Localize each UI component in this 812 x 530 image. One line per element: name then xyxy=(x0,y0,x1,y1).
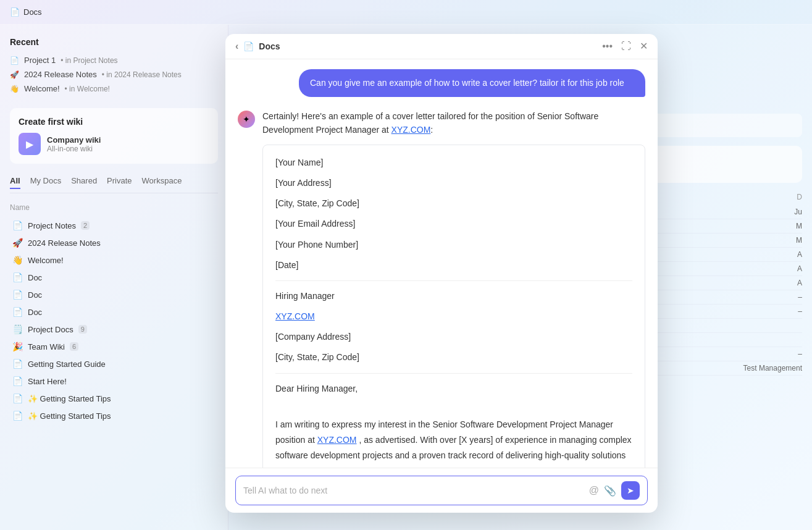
list-text-7: Team Wiki xyxy=(28,342,65,351)
letter-hiring-mgr: Hiring Manager xyxy=(275,288,632,304)
letter-greeting: Dear Hiring Manager, xyxy=(275,381,632,397)
list-item-doc-2[interactable]: 📄 Doc xyxy=(10,286,218,303)
letter-company-address: [Company Address] xyxy=(275,329,632,345)
ai-response: ✦ Certainly! Here's an example of a cove… xyxy=(238,109,645,468)
close-icon[interactable]: ✕ xyxy=(640,41,648,51)
list-icon-2: 👋 xyxy=(12,255,23,265)
list-text-8: Getting Started Guide xyxy=(28,360,106,369)
ai-intro: Certainly! Here's an example of a cover … xyxy=(262,109,645,137)
list-icon-8: 📄 xyxy=(12,359,23,369)
letter-p1-link[interactable]: XYZ.COM xyxy=(317,435,357,445)
recent-sub-2: • in Welcome! xyxy=(65,85,110,93)
list-header: Name xyxy=(10,201,218,214)
wiki-card-title: Company wiki xyxy=(47,135,101,145)
list-text-9: Start Here! xyxy=(28,377,67,386)
letter-name: [Your Name] xyxy=(275,155,632,170)
top-bar: 📄 Docs xyxy=(0,0,812,25)
list-text-4: Doc xyxy=(28,290,42,300)
attachment-icon[interactable]: 📎 xyxy=(604,485,616,497)
tabs-row: All My Docs Shared Private Workspace xyxy=(10,176,218,193)
chat-input-row: @ 📎 ➤ xyxy=(235,476,648,505)
test-mgmt-2: Test Management xyxy=(743,364,802,372)
wiki-card[interactable]: ▶ Company wiki All-in-one wiki xyxy=(19,133,209,155)
wiki-section-title: Create first wiki xyxy=(19,117,209,127)
list-item-doc-1[interactable]: 📄 Doc xyxy=(10,269,218,286)
recent-sub-0: • in Project Notes xyxy=(61,56,117,65)
ai-link[interactable]: XYZ.COM xyxy=(391,125,431,135)
back-icon[interactable]: ‹ xyxy=(235,41,238,51)
list-item-welcome[interactable]: 👋 Welcome! xyxy=(10,251,218,269)
list-badge-7: 6 xyxy=(70,342,78,351)
list-icon-9: 📄 xyxy=(12,376,23,386)
list-text-5: Doc xyxy=(28,308,42,317)
docs-icon: 📄 xyxy=(10,7,20,17)
app-title: 📄 Docs xyxy=(10,7,42,17)
recent-section: Recent 📄 Project 1 • in Project Notes 🚀 … xyxy=(10,37,218,96)
recent-text-1: 2024 Release Notes xyxy=(24,70,97,79)
list-item-tips-2[interactable]: 📄 ✨ Getting Started Tips xyxy=(10,407,218,424)
recent-item-0[interactable]: 📄 Project 1 • in Project Notes xyxy=(10,53,218,67)
list-item-team-wiki[interactable]: 🎉 Team Wiki 6 xyxy=(10,338,218,355)
list-badge-6: 9 xyxy=(78,325,87,334)
chat-input[interactable] xyxy=(243,486,584,495)
tab-my-docs[interactable]: My Docs xyxy=(30,176,62,189)
recent-item-2[interactable]: 👋 Welcome! • in Welcome! xyxy=(10,82,218,96)
list-icon-1: 🚀 xyxy=(12,238,23,248)
list-badge-0: 2 xyxy=(81,221,90,230)
dialog-title: Docs xyxy=(259,41,280,51)
main-layout: Recent 📄 Project 1 • in Project Notes 🚀 … xyxy=(0,25,812,530)
dialog-footer: @ 📎 ➤ xyxy=(225,468,658,513)
tab-private[interactable]: Private xyxy=(107,176,132,189)
list-icon-7: 🎉 xyxy=(12,342,23,351)
user-message: Can you give me an example of how to wri… xyxy=(299,69,645,97)
wiki-card-sub: All-in-one wiki xyxy=(47,145,101,153)
list-text-11: ✨ Getting Started Tips xyxy=(28,411,111,421)
list-text-3: Doc xyxy=(28,273,42,282)
doc-icon-1: 🚀 xyxy=(10,70,19,79)
dialog-doc-icon: 📄 xyxy=(243,41,254,51)
letter-email: [Your Email Address] xyxy=(275,216,632,232)
letter-company-city: [City, State, Zip Code] xyxy=(275,350,632,365)
list-item-tips-1[interactable]: 📄 ✨ Getting Started Tips xyxy=(10,390,218,407)
letter-block: [Your Name] [Your Address] [City, State,… xyxy=(262,145,645,468)
recent-text-0: Project 1 xyxy=(24,56,56,65)
list-icon-10: 📄 xyxy=(12,393,23,403)
tab-shared[interactable]: Shared xyxy=(71,176,97,189)
more-options-icon[interactable]: ••• xyxy=(602,41,613,51)
tab-workspace[interactable]: Workspace xyxy=(142,176,182,189)
list-text-1: 2024 Release Notes xyxy=(28,238,101,248)
docs-list: 📄 Project Notes 2 🚀 2024 Release Notes 👋… xyxy=(10,217,218,424)
letter-company-link[interactable]: XYZ.COM xyxy=(275,311,315,321)
expand-icon[interactable]: ⛶ xyxy=(621,41,631,51)
doc-icon-0: 📄 xyxy=(10,56,19,65)
left-sidebar: Recent 📄 Project 1 • in Project Notes 🚀 … xyxy=(0,25,228,530)
list-item-release-notes[interactable]: 🚀 2024 Release Notes xyxy=(10,234,218,251)
wiki-section: Create first wiki ▶ Company wiki All-in-… xyxy=(10,108,218,164)
dialog-body: Can you give me an example of how to wri… xyxy=(225,59,658,468)
doc-icon-2: 👋 xyxy=(10,85,19,93)
letter-city: [City, State, Zip Code] xyxy=(275,196,632,211)
list-item-doc-3[interactable]: 📄 Doc xyxy=(10,303,218,321)
recent-title: Recent xyxy=(10,37,218,47)
tab-all[interactable]: All xyxy=(10,176,20,189)
recent-sub-1: • in 2024 Release Notes xyxy=(102,70,182,79)
app-title-text: Docs xyxy=(23,7,42,17)
send-button[interactable]: ➤ xyxy=(621,481,640,500)
list-icon-6: 🗒️ xyxy=(12,324,23,334)
list-text-10: ✨ Getting Started Tips xyxy=(28,394,111,403)
recent-item-1[interactable]: 🚀 2024 Release Notes • in 2024 Release N… xyxy=(10,67,218,82)
list-text-6: Project Docs xyxy=(28,325,73,334)
letter-phone: [Your Phone Number] xyxy=(275,237,632,253)
date-d-header: D xyxy=(797,193,802,201)
wiki-card-icon: ▶ xyxy=(19,133,41,155)
list-item-start-here[interactable]: 📄 Start Here! xyxy=(10,372,218,390)
letter-address: [Your Address] xyxy=(275,175,632,191)
letter-paragraph1: I am writing to express my interest in t… xyxy=(275,417,632,468)
list-item-project-docs[interactable]: 🗒️ Project Docs 9 xyxy=(10,321,218,338)
list-item-getting-started-guide[interactable]: 📄 Getting Started Guide xyxy=(10,355,218,372)
list-icon-4: 📄 xyxy=(12,290,23,300)
list-item-project-notes[interactable]: 📄 Project Notes 2 xyxy=(10,217,218,234)
list-icon-5: 📄 xyxy=(12,307,23,317)
at-icon[interactable]: @ xyxy=(589,485,599,496)
recent-list: 📄 Project 1 • in Project Notes 🚀 2024 Re… xyxy=(10,53,218,96)
